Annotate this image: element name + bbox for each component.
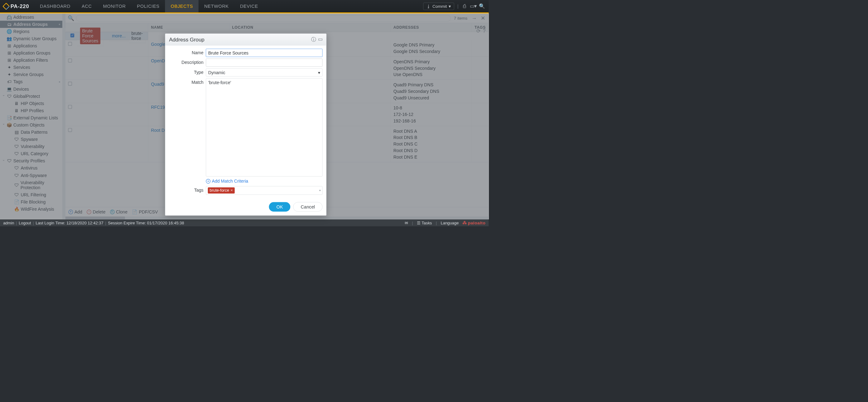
tag-chip-label: brute-force bbox=[210, 188, 229, 193]
address-group-modal: Address Group ⓘ ▭ Name Description Type bbox=[165, 34, 327, 216]
plus-circle-icon: + bbox=[206, 179, 211, 183]
language-link[interactable]: Language bbox=[440, 220, 459, 225]
config-icon[interactable]: ⎙ bbox=[462, 3, 467, 9]
tab-acc[interactable]: ACC bbox=[76, 0, 98, 12]
ok-button[interactable]: OK bbox=[269, 202, 290, 211]
match-textarea[interactable] bbox=[206, 78, 322, 176]
footer: admin | Logout | Last Login Time: 12/18/… bbox=[0, 220, 489, 227]
logout-link[interactable]: Logout bbox=[19, 220, 31, 225]
content-area: ⟳ ? 📇Addresses🗂Address Groups🌐Regions👥Dy… bbox=[0, 13, 489, 219]
tab-policies[interactable]: POLICIES bbox=[131, 0, 165, 12]
description-input[interactable] bbox=[206, 59, 322, 67]
session-expire: Session Expire Time: 01/17/2020 16:45:38 bbox=[108, 220, 184, 225]
commit-label: Commit bbox=[432, 4, 447, 9]
cancel-button[interactable]: Cancel bbox=[293, 202, 322, 211]
name-input[interactable] bbox=[206, 49, 322, 57]
tags-input[interactable]: brute-force × ▾ bbox=[206, 186, 322, 195]
logo: PA-220 bbox=[0, 3, 34, 9]
header-separator: | bbox=[457, 3, 459, 9]
add-match-criteria-button[interactable]: + Add Match Criteria bbox=[206, 177, 322, 185]
mail-icon[interactable]: ✉ bbox=[405, 220, 408, 225]
modal-title: Address Group bbox=[169, 36, 205, 42]
chevron-down-icon: ▾ bbox=[448, 4, 451, 9]
last-login: Last Login Time: 12/18/2020 12:42:37 bbox=[35, 220, 103, 225]
description-label: Description bbox=[169, 59, 206, 65]
chevron-down-icon: ▾ bbox=[318, 70, 320, 75]
header-right: ⭳ Commit ▾ | ⎙ ▭▾ 🔍 bbox=[423, 2, 489, 10]
tab-objects[interactable]: OBJECTS bbox=[165, 0, 198, 12]
logo-icon bbox=[2, 2, 10, 10]
tag-chip: brute-force × bbox=[208, 187, 235, 194]
paloalto-logo: ⁂paloalto bbox=[462, 220, 486, 225]
modal-window-icon[interactable]: ▭ bbox=[318, 36, 323, 43]
type-select[interactable]: Dynamic ▾ bbox=[206, 69, 322, 77]
type-value: Dynamic bbox=[208, 70, 225, 75]
modal-body: Name Description Type Dynamic ▾ bbox=[165, 45, 327, 198]
tab-network[interactable]: NETWORK bbox=[198, 0, 235, 12]
tab-dashboard[interactable]: DASHBOARD bbox=[34, 0, 76, 12]
tasks-link[interactable]: ☰Tasks bbox=[417, 220, 432, 225]
tags-label: Tags bbox=[169, 186, 206, 193]
tab-device[interactable]: DEVICE bbox=[235, 0, 264, 12]
name-label: Name bbox=[169, 49, 206, 56]
main-tabs: DASHBOARD ACC MONITOR POLICIES OBJECTS N… bbox=[34, 0, 264, 12]
match-label: Match bbox=[169, 78, 206, 85]
tab-monitor[interactable]: MONITOR bbox=[98, 0, 131, 12]
modal-title-bar: Address Group ⓘ ▭ bbox=[165, 34, 327, 45]
product-name: PA-220 bbox=[10, 3, 29, 9]
commit-download-icon: ⭳ bbox=[427, 4, 431, 9]
modal-help-icon[interactable]: ⓘ bbox=[311, 36, 316, 43]
export-icon[interactable]: ▭▾ bbox=[470, 3, 476, 9]
footer-user: admin bbox=[3, 220, 14, 225]
search-header-icon[interactable]: 🔍 bbox=[479, 3, 485, 9]
modal-footer: OK Cancel bbox=[165, 198, 327, 215]
type-label: Type bbox=[169, 69, 206, 75]
header-bar: PA-220 DASHBOARD ACC MONITOR POLICIES OB… bbox=[0, 0, 489, 12]
add-criteria-label: Add Match Criteria bbox=[212, 178, 248, 183]
chevron-down-icon: ▾ bbox=[319, 189, 321, 192]
commit-button[interactable]: ⭳ Commit ▾ bbox=[423, 2, 454, 10]
tag-remove-icon[interactable]: × bbox=[230, 188, 233, 193]
